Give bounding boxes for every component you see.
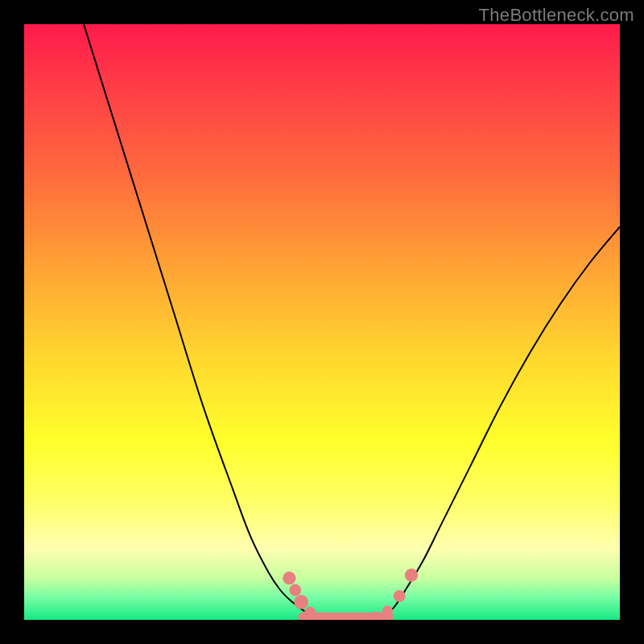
watermark-text: TheBottleneck.com — [479, 5, 634, 26]
curve-markers — [283, 568, 418, 620]
chart-frame: TheBottleneck.com — [0, 0, 644, 644]
marker-dot — [405, 568, 418, 581]
marker-dot — [289, 584, 301, 597]
marker-dot — [394, 590, 406, 602]
marker-dot — [283, 572, 295, 584]
chart-svg — [24, 24, 620, 620]
marker-dot — [294, 595, 308, 609]
right-curve — [382, 227, 620, 617]
left-curve — [84, 24, 316, 617]
floor-band — [298, 613, 393, 620]
plot-area — [24, 24, 620, 620]
